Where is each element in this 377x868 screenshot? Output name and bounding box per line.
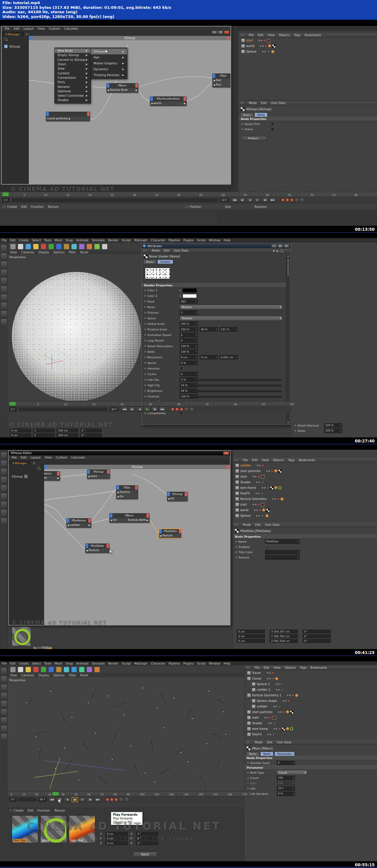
menu-item[interactable]: Calculate <box>71 456 85 459</box>
transport-button[interactable]: |▶ <box>262 197 268 203</box>
menu-item[interactable]: Simulate <box>92 662 105 665</box>
object-tree-item[interactable]: Shader ✓ <box>244 720 377 726</box>
value-field[interactable]: 100 % <box>180 344 198 348</box>
transport-button[interactable]: ◀ <box>64 797 70 802</box>
sidebar-item-xgroup[interactable]: XGroup <box>9 470 44 478</box>
coordinate-field[interactable]: 0 ° <box>80 433 102 437</box>
viewport-label[interactable]: Perspective <box>9 255 26 259</box>
tool-icon[interactable] <box>1 311 7 317</box>
menu-item[interactable]: Layout <box>24 27 33 30</box>
object-tree-item[interactable]: start ✓ <box>238 38 377 43</box>
rotate-tool-icon[interactable] <box>33 244 39 250</box>
transport-button[interactable]: ▶ <box>144 407 151 412</box>
coordinate-field[interactable]: 0 cm <box>105 832 127 836</box>
object-tree-item[interactable]: Sphere 1 ✓ <box>244 681 377 687</box>
value-field[interactable]: 10 F <box>277 786 295 791</box>
object-tree-item[interactable]: PolyFX ✓ <box>244 732 377 737</box>
menu-item[interactable]: User Data <box>271 101 286 105</box>
object-tree-item[interactable]: Tracer ✓ <box>244 670 377 676</box>
tag-icons[interactable] <box>272 716 276 719</box>
property-row[interactable]: Inputs First <box>238 121 377 126</box>
context-menu-item[interactable]: View▶ <box>55 66 91 71</box>
menu-item[interactable]: Tags <box>300 666 307 669</box>
transport-button[interactable]: |▶ <box>87 797 93 802</box>
property-row[interactable]: Speed ▸ 0 % <box>141 360 290 366</box>
property-row[interactable]: Birth Type Count <box>244 770 377 775</box>
object-tree-item[interactable]: start particles ✓ <box>233 468 377 474</box>
menu-item[interactable]: Cameras <box>21 251 34 254</box>
dropdown[interactable]: Nutous <box>180 305 283 310</box>
coordinate-field[interactable]: 0 cm <box>237 639 265 643</box>
tag-icons[interactable] <box>265 515 268 517</box>
property-row[interactable]: Color 1 ▸ <box>141 287 290 293</box>
timeline-ruler[interactable]: 0510152025303540455055606570758085 <box>0 192 377 197</box>
menu-item[interactable]: File <box>2 239 7 242</box>
menu-item[interactable]: Tags <box>294 33 300 37</box>
tool-icon[interactable] <box>1 319 7 326</box>
menu-item[interactable]: Function <box>38 809 50 812</box>
simulate-icon[interactable] <box>94 666 100 673</box>
menu-item[interactable]: Display <box>38 674 49 677</box>
property-row[interactable]: Animation Speed ▸ 0 <box>141 332 290 338</box>
timeline-start-field[interactable]: 0 F <box>9 407 17 411</box>
context-menu-item[interactable]: Select Connected▶ <box>55 93 91 98</box>
attribute-tab[interactable]: Parameter <box>274 752 295 756</box>
record-icon[interactable] <box>290 198 293 202</box>
back-icon[interactable]: ◀ <box>272 249 275 252</box>
property-row[interactable]: Relative Scale ▸ 100 % 99 % 101 % <box>141 327 290 332</box>
menu-item[interactable]: File <box>243 459 248 462</box>
property-row[interactable]: Space ▸ Texture <box>141 315 290 321</box>
tag-icons[interactable] <box>274 469 282 473</box>
timeline-start-field[interactable]: 0 F <box>9 798 17 802</box>
menu-item[interactable]: Script <box>197 662 206 665</box>
menu-item[interactable]: Custom <box>56 456 67 459</box>
color-swatch[interactable] <box>183 294 197 298</box>
power-slider[interactable] <box>18 798 36 801</box>
transport-button[interactable]: |▶ <box>151 407 158 412</box>
object-tree-item[interactable]: wire frame ✓ <box>233 485 377 491</box>
object-tree-item[interactable]: collider ✓ <box>233 463 377 468</box>
xpresso-node[interactable]: PSurfacePosition world <box>150 96 186 106</box>
transport-button[interactable]: ▶▶ <box>94 797 101 802</box>
mograph-icon[interactable] <box>86 666 92 673</box>
menu-item[interactable]: Objects <box>285 666 296 669</box>
value-field[interactable]: 0 <box>180 338 198 343</box>
object-tree-item[interactable]: Shader ✓ <box>233 479 377 485</box>
tool-icon[interactable] <box>1 245 7 251</box>
xpresso-node[interactable]: PSetData Particle <box>159 529 182 538</box>
menu-item[interactable]: File <box>255 666 260 669</box>
menu-item[interactable]: Animate <box>76 239 88 242</box>
spline-icon[interactable] <box>102 244 108 250</box>
timeline-ruler[interactable]: 0102030405060708090100110120130140150160… <box>8 791 250 796</box>
checkbox[interactable] <box>271 122 274 125</box>
menu-item[interactable]: Pipeline <box>169 239 180 242</box>
slider-track[interactable] <box>194 379 282 381</box>
power-slider[interactable] <box>19 408 108 411</box>
xpresso-node[interactable]: Waves e Birth <box>44 471 60 480</box>
coordinate-field[interactable]: Y 566.764 cm <box>270 634 298 638</box>
protect-button[interactable]: Protect... <box>242 136 267 141</box>
menu-item[interactable]: MoGraph <box>134 662 147 665</box>
value-field[interactable]: 665 <box>180 299 198 304</box>
scrollbar[interactable] <box>286 254 290 425</box>
object-tree-item[interactable]: Particle Geometry 1 ✓ <box>244 692 377 698</box>
tab-x-pool[interactable]: X- <box>23 32 31 36</box>
property-row[interactable]: Loop Period ▸ 0 <box>141 338 290 343</box>
context-menu-item[interactable]: Ports▶ <box>55 80 91 84</box>
menu-item[interactable]: Edit <box>264 666 269 669</box>
shader-tab[interactable]: Basic <box>143 259 156 264</box>
value-field[interactable]: 100 <box>277 781 295 785</box>
transport-button[interactable]: ▶ <box>254 197 261 203</box>
tool-icon[interactable] <box>1 303 7 309</box>
apply-button[interactable]: Apply <box>133 852 157 857</box>
object-tree-item[interactable]: start ✓ <box>233 502 377 507</box>
checkbox[interactable] <box>180 367 183 370</box>
close-icon[interactable]: × <box>284 244 289 248</box>
transport-button[interactable]: ◀ <box>246 197 253 203</box>
object-tree-item[interactable]: Sphere shape ✓ <box>244 698 377 704</box>
object-tree-item[interactable]: start particles ✓ <box>244 709 377 715</box>
property-row[interactable]: Remark <box>233 555 377 560</box>
coordinate-field[interactable]: Z 561.939 cm <box>270 639 298 643</box>
tag-icons[interactable] <box>295 694 298 697</box>
menu-item[interactable]: Script <box>197 239 206 242</box>
